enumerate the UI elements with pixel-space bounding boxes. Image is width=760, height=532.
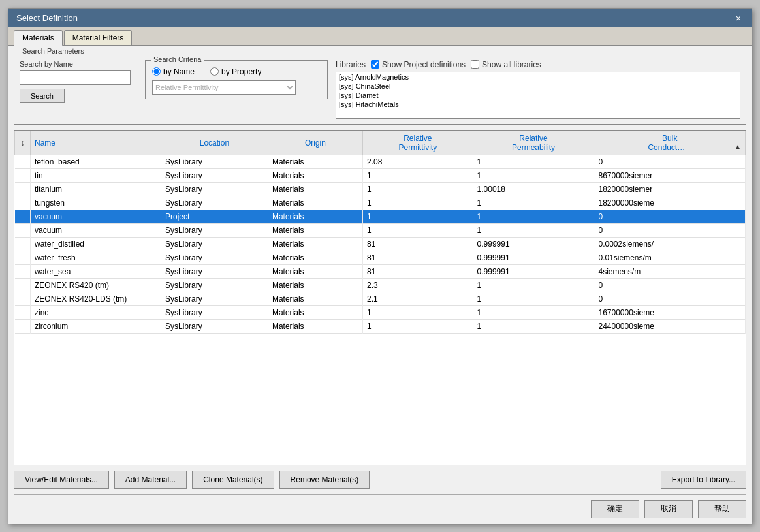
cell-name: ZEONEX RS420 (tm) xyxy=(31,278,161,292)
radio-by-property[interactable] xyxy=(210,67,219,76)
cell-rel_permeability: 1 xyxy=(473,155,594,168)
cell-rel_permeability: 1.00018 xyxy=(473,182,594,196)
help-button[interactable]: 帮助 xyxy=(698,500,746,518)
cell-origin: Materials xyxy=(268,251,362,264)
show-all-label[interactable]: Show all libraries xyxy=(471,60,541,69)
radio-by-property-text: by Property xyxy=(221,67,261,76)
col-location[interactable]: Location xyxy=(161,131,268,155)
cell-origin: Materials xyxy=(268,155,362,168)
libraries-list: [sys] ArnoldMagnetics [sys] ChinaSteel [… xyxy=(336,72,740,119)
table-row[interactable]: tungstenSysLibraryMaterials1118200000sie… xyxy=(15,196,746,210)
cell-bulk_conductivity: 18200000sieme xyxy=(594,196,746,210)
cell-rel_permittivity: 1 xyxy=(363,223,473,237)
cell-location: SysLibrary xyxy=(161,182,268,196)
title-bar: Select Definition × xyxy=(8,9,752,27)
cell-location: SysLibrary xyxy=(161,251,268,264)
view-edit-button[interactable]: View/Edit Materials... xyxy=(14,471,109,489)
dropdown-row: Relative Permittivity Relative Permeabil… xyxy=(152,80,321,95)
cell-rel_permeability: 0.999991 xyxy=(473,237,594,251)
cell-rel_permeability: 1 xyxy=(473,319,594,333)
col-rel-permeability[interactable]: RelativePermeability xyxy=(473,131,594,155)
cell-name: zirconium xyxy=(31,319,161,333)
cell-name: zinc xyxy=(31,305,161,319)
cancel-button[interactable]: 取消 xyxy=(644,500,693,518)
cell-location: SysLibrary xyxy=(161,237,268,251)
col-rel-permittivity[interactable]: RelativePermittivity xyxy=(363,131,473,155)
table-row[interactable]: titaniumSysLibraryMaterials11.0001818200… xyxy=(15,182,746,196)
ok-button[interactable]: 确定 xyxy=(591,500,639,518)
cell-name: vacuum xyxy=(31,223,161,237)
search-criteria-box: Search Criteria by Name by Property xyxy=(145,60,328,99)
clone-material-button[interactable]: Clone Material(s) xyxy=(192,471,274,489)
table-row[interactable]: ZEONEX RS420-LDS (tm)SysLibraryMaterials… xyxy=(15,292,746,305)
cell-name: water_sea xyxy=(31,264,161,278)
export-library-button[interactable]: Export to Library... xyxy=(661,471,746,489)
cell-rel_permittivity: 1 xyxy=(363,168,473,182)
table-row[interactable]: ZEONEX RS420 (tm)SysLibraryMaterials2.31… xyxy=(15,278,746,292)
col-bulk-conductivity[interactable]: BulkConduct…▲ xyxy=(594,131,746,155)
confirm-buttons: 确定 取消 帮助 xyxy=(14,494,746,518)
search-input[interactable] xyxy=(20,70,131,85)
table-row[interactable]: water_distilledSysLibraryMaterials810.99… xyxy=(15,237,746,251)
cell-name: tungsten xyxy=(31,196,161,210)
radio-by-property-label[interactable]: by Property xyxy=(210,67,261,76)
cell-rel_permittivity: 1 xyxy=(363,182,473,196)
cell-rel_permeability: 1 xyxy=(473,168,594,182)
cell-name: teflon_based xyxy=(31,155,161,168)
cell-index xyxy=(15,210,31,223)
radio-by-name-label[interactable]: by Name xyxy=(152,67,195,76)
list-item[interactable]: [sys] ChinaSteel xyxy=(336,82,740,91)
materials-table-container[interactable]: ↕ Name Location Origin RelativePermittiv… xyxy=(14,130,746,465)
table-row[interactable]: zincSysLibraryMaterials1116700000sieme xyxy=(15,305,746,319)
radio-by-name-text: by Name xyxy=(163,67,195,76)
show-project-checkbox[interactable] xyxy=(371,60,379,69)
cell-bulk_conductivity: 1820000siemer xyxy=(594,182,746,196)
list-item[interactable]: [sys] HitachiMetals xyxy=(336,100,740,109)
table-row[interactable]: vacuumProjectMaterials110 xyxy=(15,210,746,223)
cell-bulk_conductivity: 0 xyxy=(594,210,746,223)
cell-rel_permittivity: 81 xyxy=(363,251,473,264)
close-button[interactable]: × xyxy=(733,13,744,23)
action-buttons: View/Edit Materials... Add Material... C… xyxy=(14,471,746,489)
remove-material-button[interactable]: Remove Material(s) xyxy=(279,471,370,489)
cell-rel_permittivity: 81 xyxy=(363,264,473,278)
table-row[interactable]: tinSysLibraryMaterials118670000siemer xyxy=(15,168,746,182)
search-by-name-group: Search by Name Search xyxy=(20,60,137,103)
tab-material-filters[interactable]: Material Filters xyxy=(64,30,133,45)
cell-rel_permeability: 1 xyxy=(473,305,594,319)
table-row[interactable]: vacuumSysLibraryMaterials110 xyxy=(15,223,746,237)
property-dropdown[interactable]: Relative Permittivity Relative Permeabil… xyxy=(152,80,296,95)
cell-origin: Materials xyxy=(268,264,362,278)
search-params-inner: Search by Name Search Search Criteria by… xyxy=(20,60,740,119)
cell-bulk_conductivity: 24400000sieme xyxy=(594,319,746,333)
cell-index xyxy=(15,292,31,305)
table-row[interactable]: water_seaSysLibraryMaterials810.9999914s… xyxy=(15,264,746,278)
col-name[interactable]: Name xyxy=(31,131,161,155)
search-parameters-section: Search Parameters Search by Name Search … xyxy=(14,52,746,125)
search-by-name-label: Search by Name xyxy=(20,60,137,68)
cell-location: SysLibrary xyxy=(161,155,268,168)
list-item[interactable]: [sys] Diamet xyxy=(336,91,740,100)
col-sort[interactable]: ↕ xyxy=(15,131,31,155)
tab-materials[interactable]: Materials xyxy=(14,30,63,46)
table-row[interactable]: teflon_basedSysLibraryMaterials2.0810 xyxy=(15,155,746,168)
cell-index xyxy=(15,168,31,182)
libraries-label: Libraries xyxy=(336,60,366,69)
col-origin[interactable]: Origin xyxy=(268,131,362,155)
cell-location: SysLibrary xyxy=(161,196,268,210)
cell-name: water_distilled xyxy=(31,237,161,251)
search-criteria-label: Search Criteria xyxy=(151,55,204,63)
radio-by-name[interactable] xyxy=(152,67,161,76)
add-material-button[interactable]: Add Material... xyxy=(114,471,187,489)
cell-rel_permeability: 0.999991 xyxy=(473,264,594,278)
show-all-checkbox[interactable] xyxy=(471,60,479,69)
cell-bulk_conductivity: 0.0002siemens/ xyxy=(594,237,746,251)
table-row[interactable]: zirconiumSysLibraryMaterials1124400000si… xyxy=(15,319,746,333)
search-parameters-label: Search Parameters xyxy=(20,47,87,55)
list-item[interactable]: [sys] ArnoldMagnetics xyxy=(336,72,740,82)
cell-index xyxy=(15,319,31,333)
table-row[interactable]: water_freshSysLibraryMaterials810.999991… xyxy=(15,251,746,264)
cell-name: vacuum xyxy=(31,210,161,223)
search-button[interactable]: Search xyxy=(20,89,65,103)
show-project-label[interactable]: Show Project definitions xyxy=(371,60,466,69)
